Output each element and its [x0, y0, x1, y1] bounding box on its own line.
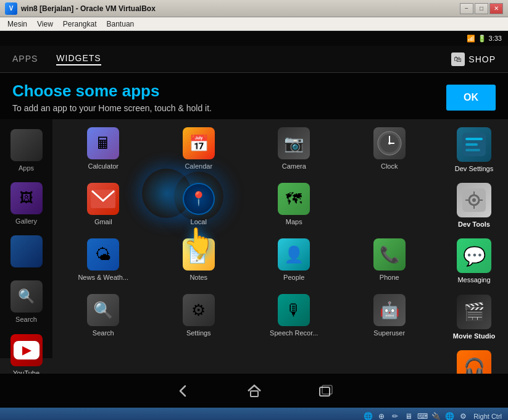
- window-title: win8 [Berjalan] - Oracle VM VirtualBox: [21, 4, 460, 13]
- app-messaging[interactable]: 💬 Messaging: [440, 233, 508, 289]
- youtube-app[interactable]: ▶ YouTube: [8, 329, 45, 374]
- nav-bar: [0, 374, 508, 408]
- choose-subtitle: To add an app to your Home screen, touch…: [12, 103, 434, 113]
- taskbar-edit-icon[interactable]: ✏: [389, 411, 401, 420]
- taskbar-globe-icon[interactable]: 🌐: [362, 411, 373, 420]
- tab-apps[interactable]: APPS: [12, 54, 38, 65]
- app-calculator[interactable]: 🖩 Calculator: [56, 122, 151, 178]
- app-settings[interactable]: ⚙ Settings: [151, 289, 247, 345]
- left-col-dim: Apps 🖼 Gallery 🔍 Search ▶: [0, 119, 52, 358]
- empty-cell-1: [342, 178, 438, 233]
- svg-rect-25: [251, 391, 258, 397]
- app-superuser[interactable]: 🤖 Superuser: [342, 289, 438, 345]
- android-screen: 📶 🔋 3:33 APPS WIDGETS 🛍 SHOP Choose some…: [0, 31, 508, 408]
- info-text-block: Choose some apps To add an app to your H…: [12, 82, 434, 113]
- app-item-partial-3[interactable]: [8, 230, 45, 275]
- app-calendar[interactable]: 📅 Calendar: [151, 122, 247, 178]
- apps-main-grid: 🖩 Calculator 📅 Calendar 📷 Camera: [52, 119, 440, 358]
- taskbar: 🌐 ⊕ ✏ 🖥 ⌨ 🔌 🌐 ⚙ Right Ctrl: [0, 408, 508, 420]
- svg-rect-26: [320, 387, 330, 396]
- app-dev-settings[interactable]: Dev Settings: [440, 122, 508, 178]
- titlebar: V win8 [Berjalan] - Oracle VM VirtualBox…: [0, 0, 508, 17]
- tab-widgets[interactable]: WIDGETS: [56, 53, 101, 65]
- app-dev-tools[interactable]: Dev Tools: [440, 178, 508, 233]
- vbox-icon: V: [5, 2, 17, 15]
- app-news[interactable]: 🌤 News & Weath...: [56, 233, 151, 289]
- app-item-partial-2[interactable]: 🖼 Gallery: [8, 177, 45, 230]
- taskbar-monitor-icon[interactable]: 🖥: [403, 411, 414, 420]
- info-banner: Choose some apps To add an app to your H…: [0, 73, 508, 119]
- shop-button[interactable]: 🛍 SHOP: [451, 52, 496, 66]
- menu-mesin[interactable]: Mesin: [2, 19, 32, 30]
- menu-view[interactable]: View: [32, 19, 58, 30]
- app-play-music[interactable]: 🎧 Play Music: [440, 345, 508, 374]
- shop-icon: 🛍: [451, 52, 465, 66]
- window-controls: − □ ✕: [460, 3, 503, 14]
- taskbar-plus-icon[interactable]: ⊕: [376, 411, 387, 420]
- recent-button[interactable]: [315, 380, 337, 402]
- app-phone[interactable]: 📞 Phone: [342, 233, 438, 289]
- app-people[interactable]: 👤 People: [246, 233, 342, 289]
- svg-rect-9: [465, 149, 480, 151]
- app-item-partial-search[interactable]: 🔍 Search: [8, 275, 45, 329]
- app-maps[interactable]: 🗺 Maps: [246, 178, 342, 233]
- ok-button[interactable]: OK: [446, 85, 496, 111]
- menu-bantuan[interactable]: Bantuan: [102, 19, 139, 30]
- app-camera[interactable]: 📷 Camera: [246, 122, 342, 178]
- content-area: Choose some apps To add an app to your H…: [0, 73, 508, 374]
- right-col: Dev Settings: [440, 119, 508, 358]
- status-icons: 📶 🔋 3:33: [467, 35, 502, 43]
- minimize-button[interactable]: −: [460, 3, 473, 14]
- status-bar: 📶 🔋 3:33: [0, 31, 508, 46]
- app-search[interactable]: 🔍 Search: [56, 289, 151, 345]
- back-button[interactable]: [172, 380, 194, 402]
- battery-icon: 🔋: [478, 35, 486, 43]
- restore-button[interactable]: □: [475, 3, 488, 14]
- app-movie-studio[interactable]: 🎬 Movie Studio: [440, 290, 508, 345]
- top-bar: APPS WIDGETS 🛍 SHOP: [0, 46, 508, 73]
- taskbar-usb-icon[interactable]: 🔌: [430, 411, 441, 420]
- time-display: 3:33: [489, 35, 502, 42]
- svg-point-12: [472, 198, 476, 202]
- taskbar-settings-icon[interactable]: ⚙: [457, 411, 468, 420]
- menu-perangkat[interactable]: Perangkat: [58, 19, 102, 30]
- signal-icon: 📶: [467, 35, 475, 43]
- taskbar-keyboard-icon[interactable]: ⌨: [417, 411, 428, 420]
- app-clock[interactable]: Clock: [342, 122, 438, 178]
- svg-rect-8: [465, 143, 478, 146]
- taskbar-network-icon[interactable]: 🌐: [444, 411, 455, 420]
- app-speech-recorder[interactable]: 🎙 Speech Recor...: [246, 289, 342, 345]
- hand-icon: 👆: [183, 226, 214, 255]
- app-gmail[interactable]: Gmail: [56, 178, 151, 233]
- app-local[interactable]: 📍 Local 👆: [151, 178, 247, 233]
- home-button[interactable]: [243, 380, 265, 402]
- choose-title: Choose some apps: [12, 82, 434, 101]
- svg-rect-7: [465, 138, 483, 140]
- shop-label: SHOP: [468, 54, 496, 64]
- close-button[interactable]: ✕: [489, 3, 503, 14]
- right-ctrl-label: Right Ctrl: [471, 413, 504, 420]
- app-item-partial-1[interactable]: Apps: [8, 124, 45, 177]
- menu-bar: Mesin View Perangkat Bantuan: [0, 17, 508, 31]
- svg-point-4: [388, 142, 391, 145]
